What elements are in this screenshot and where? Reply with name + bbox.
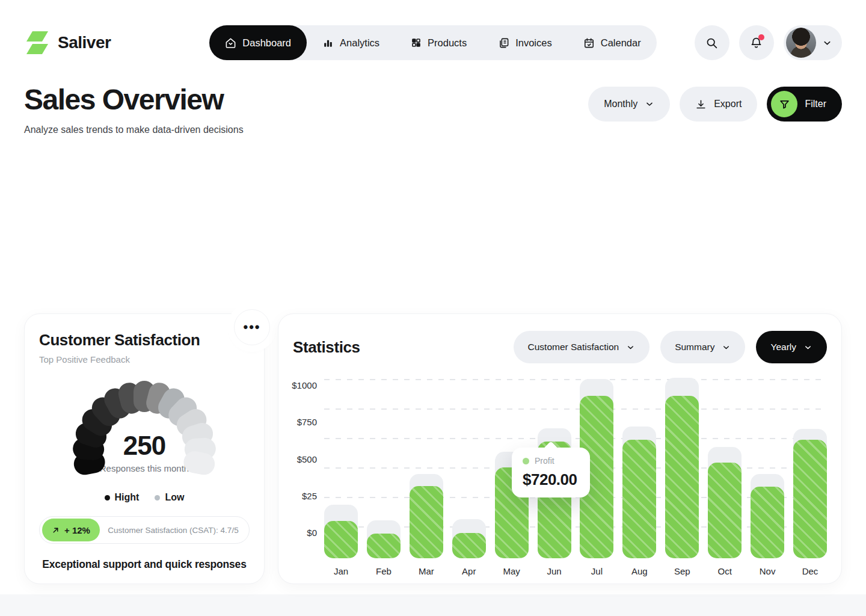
y-tick: $750	[297, 417, 317, 427]
x-tick: Jan	[324, 566, 358, 576]
chevron-down-icon	[822, 38, 832, 48]
grid-icon	[411, 37, 422, 48]
x-tick: Nov	[751, 566, 784, 576]
card-subtitle: Top Positive Feedback	[39, 354, 250, 365]
cards-row: ••• Customer Satisfaction Top Positive F…	[0, 313, 866, 584]
analytics-icon	[322, 37, 334, 49]
tooltip-value: $720.00	[523, 470, 579, 489]
bar-profit	[410, 486, 443, 558]
download-icon	[695, 99, 707, 110]
customer-satisfaction-card: ••• Customer Satisfaction Top Positive F…	[24, 313, 265, 584]
x-axis: JanFebMarAprMayJunJulAugSepOctNovDec	[324, 566, 827, 576]
filter-button[interactable]: Filter	[767, 87, 842, 122]
search-icon	[705, 37, 718, 49]
page-subtitle: Analyze sales trends to make data-driven…	[24, 125, 244, 135]
csat-text: Customer Satisfaction (CSAT): 4.7/5	[100, 526, 247, 535]
home-icon	[225, 37, 236, 49]
x-tick: May	[495, 566, 529, 576]
statistics-title: Statistics	[293, 338, 360, 357]
bar-group-dec[interactable]	[793, 377, 827, 558]
statistics-filters: Customer Satisfaction Summary Yearly	[514, 331, 827, 363]
gauge-legend: HightLow	[39, 492, 250, 503]
ellipsis-icon: •••	[243, 319, 260, 335]
chevron-down-icon	[803, 343, 812, 352]
toolbar: Monthly Export Filter	[588, 87, 842, 122]
bar-group-apr[interactable]	[452, 377, 486, 558]
bar-chart: $1000$750$500$25$0 Profit $720.00	[293, 377, 827, 576]
bar-profit	[622, 440, 656, 558]
range-select[interactable]: Yearly	[756, 331, 827, 363]
chevron-down-icon	[722, 343, 731, 352]
bar-group-aug[interactable]	[622, 377, 656, 558]
y-tick: $1000	[292, 380, 317, 390]
legend-dot	[105, 495, 110, 500]
y-tick: $25	[302, 491, 317, 501]
chart-tooltip: Profit $720.00	[512, 448, 590, 497]
bar-profit	[708, 463, 742, 558]
header: Saliver Dashboard Analytics Products Inv…	[0, 0, 866, 60]
card-title: Customer Satisfaction	[39, 331, 250, 350]
chevron-down-icon	[626, 343, 635, 352]
bar-profit	[665, 396, 699, 558]
brand-logo-icon	[24, 30, 51, 55]
calendar-icon	[583, 37, 595, 49]
nav-item-dashboard[interactable]: Dashboard	[209, 25, 307, 60]
nav-item-invoices[interactable]: Invoices	[482, 25, 568, 60]
bar-group-nov[interactable]	[751, 377, 784, 558]
x-tick: Oct	[708, 566, 742, 576]
x-tick: Apr	[452, 566, 486, 576]
export-button[interactable]: Export	[680, 87, 757, 122]
bar-group-oct[interactable]	[708, 377, 742, 558]
notification-dot	[758, 34, 764, 40]
x-tick: Mar	[410, 566, 443, 576]
legend-dot	[155, 495, 160, 500]
metric-select[interactable]: Customer Satisfaction	[514, 331, 650, 363]
y-tick: $500	[297, 454, 317, 464]
tooltip-series: Profit	[535, 456, 554, 466]
x-tick: Dec	[793, 566, 827, 576]
filter-icon	[771, 91, 797, 117]
delta-badge: + 12%	[42, 519, 100, 541]
x-tick: Aug	[622, 566, 656, 576]
legend-item: Hight	[105, 492, 140, 503]
search-button[interactable]	[695, 25, 729, 60]
legend-item: Low	[155, 492, 184, 503]
period-select[interactable]: Monthly	[588, 87, 670, 122]
notifications-button[interactable]	[739, 25, 774, 60]
main-nav: Dashboard Analytics Products Invoices Ca…	[209, 25, 656, 60]
x-tick: Jun	[538, 566, 571, 576]
view-select[interactable]: Summary	[660, 331, 745, 363]
bar-group-feb[interactable]	[367, 377, 401, 558]
brand[interactable]: Saliver	[24, 30, 192, 55]
tooltip-dot	[523, 458, 529, 464]
nav-item-analytics[interactable]: Analytics	[307, 25, 395, 60]
invoices-icon	[498, 37, 509, 49]
bar-profit	[324, 521, 358, 558]
x-tick: Sep	[665, 566, 699, 576]
x-tick: Jul	[580, 566, 613, 576]
bar-profit	[751, 487, 784, 558]
title-row: Sales Overview Analyze sales trends to m…	[0, 60, 866, 135]
nav-item-calendar[interactable]: Calendar	[568, 25, 657, 60]
avatar	[786, 28, 816, 58]
chevron-down-icon	[645, 99, 654, 109]
brand-name: Saliver	[58, 33, 111, 52]
bar-profit	[367, 534, 401, 558]
main-content: Saliver Dashboard Analytics Products Inv…	[0, 0, 866, 594]
bar-group-mar[interactable]	[410, 377, 443, 558]
header-controls	[674, 25, 842, 60]
card-menu-button[interactable]: •••	[234, 309, 270, 345]
csat-badge: + 12% Customer Satisfaction (CSAT): 4.7/…	[39, 516, 250, 544]
bar-group-sep[interactable]	[665, 377, 699, 558]
bar-profit	[452, 533, 486, 558]
card-footnote: Exceptional support and quick responses	[39, 558, 250, 571]
bar-profit	[793, 440, 827, 558]
arrow-up-right-icon	[52, 526, 60, 534]
statistics-card: Statistics Customer Satisfaction Summary…	[278, 313, 842, 584]
profile-menu[interactable]	[784, 25, 842, 60]
satisfaction-gauge: 250 Responses this month	[51, 380, 238, 482]
nav-item-products[interactable]: Products	[395, 25, 482, 60]
page-title: Sales Overview	[24, 83, 244, 116]
y-tick: $0	[307, 528, 317, 538]
bar-group-jan[interactable]	[324, 377, 358, 558]
